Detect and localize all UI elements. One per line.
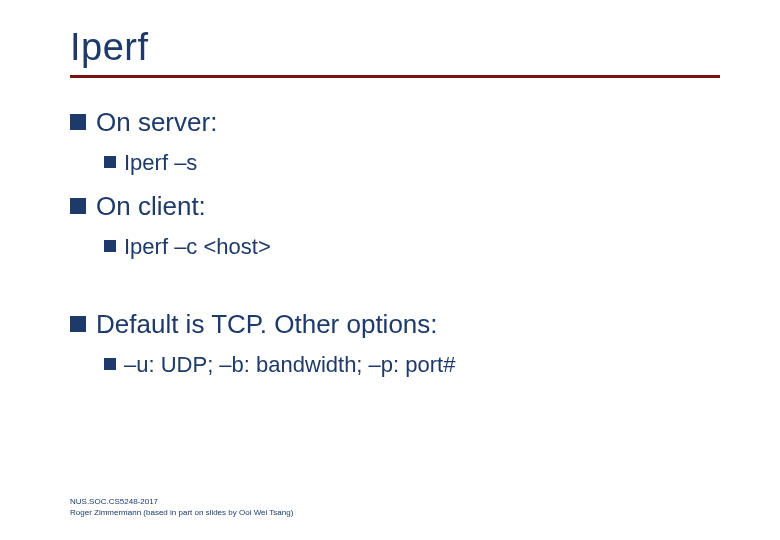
square-bullet-icon xyxy=(70,114,86,130)
square-bullet-icon xyxy=(70,198,86,214)
title-rule xyxy=(70,75,720,78)
bullet-default-label: Default is TCP. Other options: xyxy=(96,308,438,341)
bullet-default-opts: –u: UDP; –b: bandwidth; –p: port# xyxy=(104,351,720,379)
bullet-server-label: On server: xyxy=(96,106,217,139)
bullet-client: On client: xyxy=(70,190,720,223)
bullet-server-cmd: Iperf –s xyxy=(104,149,720,177)
square-bullet-icon xyxy=(104,156,116,168)
bullet-default-opts-text: –u: UDP; –b: bandwidth; –p: port# xyxy=(124,351,455,379)
footer-line-2: Roger Zimmermann (based in part on slide… xyxy=(70,508,293,518)
bullet-default: Default is TCP. Other options: xyxy=(70,308,720,341)
bullet-client-label: On client: xyxy=(96,190,206,223)
slide-footer: NUS.SOC.CS5248-2017 Roger Zimmermann (ba… xyxy=(70,497,293,518)
slide-title: Iperf xyxy=(70,26,720,69)
footer-line-1: NUS.SOC.CS5248-2017 xyxy=(70,497,293,507)
square-bullet-icon xyxy=(104,240,116,252)
bullet-server-cmd-text: Iperf –s xyxy=(124,149,197,177)
bullet-server: On server: xyxy=(70,106,720,139)
bullet-client-cmd: Iperf –c <host> xyxy=(104,233,720,261)
square-bullet-icon xyxy=(70,316,86,332)
square-bullet-icon xyxy=(104,358,116,370)
bullet-client-cmd-text: Iperf –c <host> xyxy=(124,233,271,261)
